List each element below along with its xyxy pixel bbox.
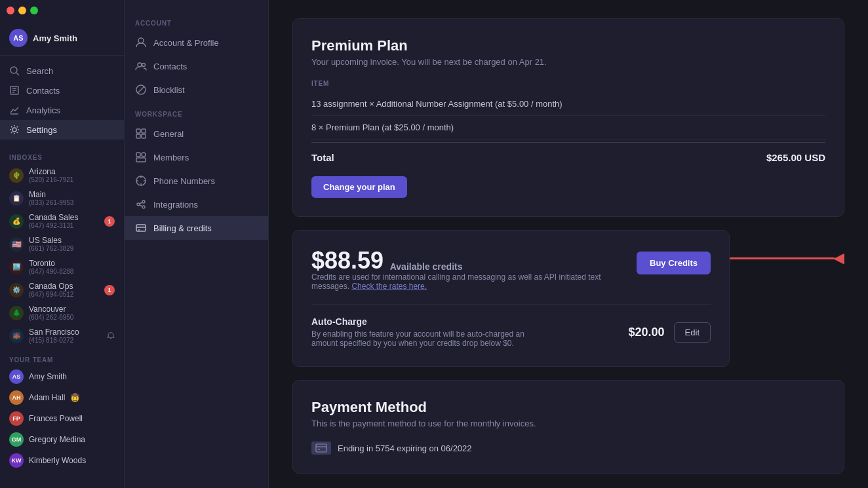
credits-top: $88.59 Available credits Credits are use… <box>311 249 711 293</box>
main-nav: Search Contacts Analytics Settings <box>0 56 124 145</box>
credits-rate-link[interactable]: Check the rates here. <box>351 282 427 291</box>
inbox-canada-sales[interactable]: 💰 Canada Sales (647) 492-3131 1 <box>0 210 124 233</box>
sidebar-item-contacts[interactable]: Contacts <box>0 81 124 100</box>
account-section-label: Account <box>125 10 268 31</box>
close-button[interactable] <box>7 7 14 14</box>
inbox-icon-canada-sales: 💰 <box>9 214 24 229</box>
team-kimberly-woods[interactable]: KW Kimberly Woods <box>0 450 124 471</box>
plan-title: Premium Plan <box>311 37 825 54</box>
total-row: Total $265.00 USD <box>311 142 825 176</box>
inbox-icon-us-sales: 🇺🇸 <box>9 237 24 252</box>
nav-account-profile[interactable]: Account & Profile <box>125 31 268 54</box>
team-gregory-medina[interactable]: GM Gregory Medina <box>0 429 124 450</box>
inbox-icon-sf: 🌉 <box>9 329 24 343</box>
svg-point-10 <box>138 63 142 67</box>
integrations-icon <box>135 198 147 210</box>
inbox-toronto[interactable]: 🏙️ Toronto (647) 490-8288 <box>0 255 124 278</box>
avatar-frances: FP <box>9 411 24 426</box>
username: Amy Smith <box>33 33 77 43</box>
inbox-canada-ops[interactable]: ⚙️ Canada Ops (647) 694-0512 1 <box>0 278 124 301</box>
svg-line-30 <box>140 205 142 206</box>
inbox-us-sales[interactable]: 🇺🇸 US Sales (661) 762-3829 <box>0 233 124 255</box>
plan-subtitle: Your upcoming invoice. You will be next … <box>311 57 825 67</box>
inbox-icon-canada-ops: ⚙️ <box>9 283 24 297</box>
avatar-amy: AS <box>9 369 24 384</box>
main-content: Premium Plan Your upcoming invoice. You … <box>269 0 868 488</box>
inbox-san-francisco[interactable]: 🌉 San Francisco (415) 818-0272 <box>0 324 124 347</box>
nav-members[interactable]: Members <box>125 145 268 169</box>
maximize-button[interactable] <box>30 7 38 14</box>
workspace-section-label: Workspace <box>125 102 268 122</box>
inbox-icon-main: 📋 <box>9 191 24 206</box>
nav-phone-numbers[interactable]: Phone Numbers <box>125 169 268 193</box>
team-frances-powell[interactable]: FP Frances Powell <box>0 408 124 429</box>
phone-icon <box>135 175 147 187</box>
inbox-icon-toronto: 🏙️ <box>9 260 24 274</box>
payment-desc: This is the payment method to use for th… <box>311 419 825 428</box>
grid-icon <box>135 128 147 140</box>
left-sidebar: AS Amy Smith Search Contacts Analytics S… <box>0 0 125 488</box>
arrow-line <box>730 257 835 259</box>
auto-charge-title: Auto-Charge <box>311 316 547 327</box>
nav-blocklist[interactable]: Blocklist <box>125 78 268 102</box>
billing-icon <box>135 222 147 234</box>
inbox-icon-vancouver: 🌲 <box>9 306 24 320</box>
settings-icon <box>9 124 20 135</box>
inbox-vancouver[interactable]: 🌲 Vancouver (604) 262-6950 <box>0 301 124 324</box>
avatar-kimberly: KW <box>9 453 24 468</box>
window-controls <box>7 7 38 14</box>
nav-general[interactable]: General <box>125 122 268 145</box>
credits-section: $88.59 Available credits Credits are use… <box>292 230 844 380</box>
svg-rect-34 <box>316 444 326 452</box>
search-icon <box>9 66 20 76</box>
minimize-button[interactable] <box>18 7 26 14</box>
nav-integrations[interactable]: Integrations <box>125 193 268 216</box>
svg-point-19 <box>142 153 146 157</box>
contacts-icon <box>9 85 20 96</box>
contacts2-icon <box>135 60 147 72</box>
avatar: AS <box>9 29 28 47</box>
svg-rect-15 <box>142 129 146 133</box>
line-item-2: 8 × Premium Plan (at $25.00 / month) <box>311 116 825 140</box>
change-plan-button[interactable]: Change your plan <box>311 176 407 198</box>
sidebar-item-search[interactable]: Search <box>0 61 124 81</box>
auto-charge-amount: $20.00 <box>629 326 665 339</box>
arrow-annotation: ◀ <box>730 230 844 265</box>
avatar-adam: AH <box>9 390 24 405</box>
nav-billing[interactable]: Billing & credits <box>125 216 268 240</box>
team-label: Your team <box>0 347 124 366</box>
svg-line-13 <box>138 86 144 93</box>
sidebar-item-settings[interactable]: Settings <box>0 120 124 140</box>
line-item-1: 13 assignment × Additional Number Assign… <box>311 92 825 116</box>
credits-card: $88.59 Available credits Credits are use… <box>292 230 730 367</box>
svg-point-27 <box>142 200 145 203</box>
nav-contacts[interactable]: Contacts <box>125 54 268 78</box>
svg-point-7 <box>12 128 16 132</box>
sidebar-item-analytics[interactable]: Analytics <box>0 100 124 120</box>
buy-credits-button[interactable]: Buy Credits <box>637 252 711 274</box>
members-icon <box>135 151 147 163</box>
edit-auto-charge-button[interactable]: Edit <box>674 322 711 343</box>
credits-label: Available credits <box>390 261 463 272</box>
user-header[interactable]: AS Amy Smith <box>0 21 124 56</box>
arrow-head: ◀ <box>833 251 844 265</box>
credits-amount: $88.59 <box>311 247 384 274</box>
svg-point-9 <box>138 38 144 43</box>
svg-rect-16 <box>136 134 140 138</box>
user-icon <box>135 37 147 48</box>
team-amy-smith[interactable]: AS Amy Smith <box>0 366 124 387</box>
payment-card-info: Ending in 5754 expiring on 06/2022 <box>338 443 472 453</box>
middle-nav: Account Account & Profile Contacts Block… <box>125 0 269 488</box>
svg-point-28 <box>142 206 145 208</box>
svg-line-29 <box>140 202 142 204</box>
svg-point-0 <box>10 67 17 73</box>
team-adam-hall[interactable]: AH Adam Hall 🤠 <box>0 387 124 408</box>
svg-rect-17 <box>142 134 146 138</box>
badge-canada-sales: 1 <box>104 216 115 227</box>
svg-line-1 <box>16 73 19 75</box>
item-column-header: ITEM <box>311 80 825 87</box>
inbox-main[interactable]: 📋 Main (833) 261-9953 <box>0 187 124 210</box>
sidebar-scroll: Inboxes 🌵 Arizona (520) 216-7921 📋 Main … <box>0 145 124 488</box>
auto-charge-desc: By enabling this feature your account wi… <box>311 329 547 348</box>
inbox-arizona[interactable]: 🌵 Arizona (520) 216-7921 <box>0 164 124 187</box>
